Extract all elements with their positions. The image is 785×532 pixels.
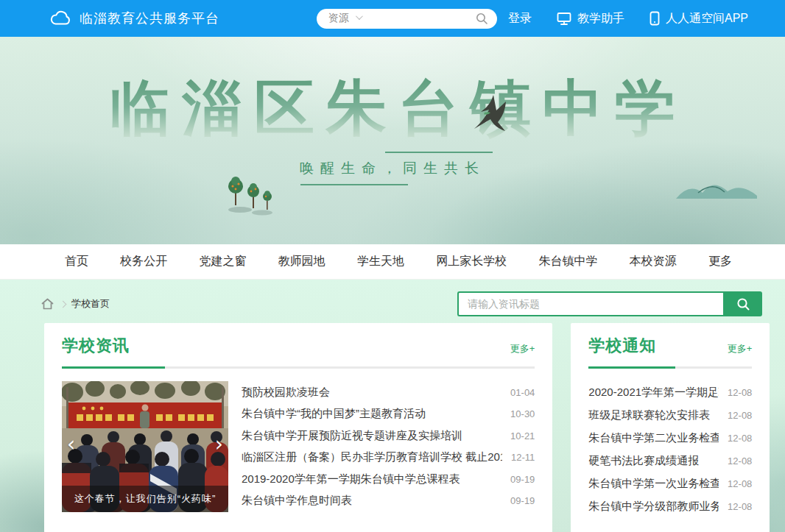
search-category-label: 资源 xyxy=(328,12,349,25)
news-list-item[interactable]: 临淄区注册（备案）民办非学历教育培训学校 截止2019 12-11 xyxy=(242,447,535,467)
nav-item[interactable]: 教师园地 xyxy=(278,254,325,269)
login-link[interactable]: 登录 xyxy=(508,11,532,26)
search-input[interactable] xyxy=(457,291,723,316)
nav-item[interactable]: 网上家长学校 xyxy=(436,254,507,269)
news-carousel[interactable]: ‹ › 这个春节，让我们告别“火药味” xyxy=(62,381,228,512)
notice-item-date: 12-08 xyxy=(728,410,752,421)
search-icon xyxy=(475,12,488,25)
nav-item[interactable]: 朱台镇中学 xyxy=(539,254,598,269)
news-list-item[interactable]: 朱台镇中学开展预防近视专题讲座及实操培训 10-21 xyxy=(242,426,535,446)
notice-list-item[interactable]: 朱台镇中学第一次业务检查的 12-08 xyxy=(588,474,752,494)
notice-item-date: 12-08 xyxy=(728,455,752,467)
notices-title: 学校通知 xyxy=(588,335,656,357)
notice-list-item[interactable]: 朱台镇中学第二次业务检查的 12-08 xyxy=(588,428,752,448)
school-news-panel: 学校资讯 更多+ xyxy=(44,323,552,532)
news-item-date: 09-19 xyxy=(510,495,535,506)
panels-row: 学校资讯 更多+ xyxy=(44,323,762,532)
notice-item-date: 12-08 xyxy=(728,433,752,444)
news-item-title: 预防校园欺凌班会 xyxy=(242,386,501,400)
notice-item-title: 朱台镇中学第一次业务检查的 xyxy=(588,477,719,491)
notice-item-date: 12-08 xyxy=(728,478,752,489)
mountains-decoration xyxy=(676,177,757,199)
news-item-date: 12-11 xyxy=(511,452,535,463)
news-item-date: 09-19 xyxy=(510,474,535,485)
monitor-icon xyxy=(557,12,571,26)
content-search xyxy=(457,291,762,316)
brand-logo[interactable]: 临淄教育公共服务平台 xyxy=(50,10,219,27)
news-item-title: 朱台镇中学作息时间表 xyxy=(242,494,501,508)
swallow-icon xyxy=(468,93,514,135)
nav-item[interactable]: 学生天地 xyxy=(357,254,404,269)
brand-title: 临淄教育公共服务平台 xyxy=(80,10,219,27)
search-icon xyxy=(736,297,750,311)
notices-more-link[interactable]: 更多+ xyxy=(728,342,753,357)
notice-item-title: 班级足球联赛轮次安排表 xyxy=(588,408,719,422)
news-item-title: 临淄区注册（备案）民办非学历教育培训学校 截止2019 xyxy=(242,450,502,464)
school-name: 临淄区朱台镇中学 xyxy=(0,75,785,141)
nav-item[interactable]: 校务公开 xyxy=(120,254,167,269)
news-more-link[interactable]: 更多+ xyxy=(510,342,535,357)
notice-item-title: 2020-2021学年第一学期足球 xyxy=(588,386,719,400)
news-list: 预防校园欺凌班会 01-04 朱台镇中学“我的中国梦”主题教育活动 10-30 … xyxy=(242,381,535,512)
header-search[interactable]: 资源 xyxy=(317,9,497,29)
school-notices-panel: 学校通知 更多+ 2020-2021学年第一学期足球 12-08 班级足球联赛轮… xyxy=(571,323,770,532)
news-title: 学校资讯 xyxy=(62,335,130,357)
nav-item[interactable]: 首页 xyxy=(65,254,88,269)
carousel-caption: 这个春节，让我们告别“火药味” xyxy=(62,486,228,512)
news-title-rule xyxy=(62,366,535,369)
breadcrumb: 学校首页 xyxy=(41,297,110,311)
notices-title-rule xyxy=(588,366,752,369)
nav-list: 首页 校务公开 党建之窗 教师园地 学生天地 网上家长学校 朱台镇中学 本校资源… xyxy=(0,244,785,279)
notice-item-date: 12-08 xyxy=(728,501,752,512)
news-item-date: 10-21 xyxy=(510,430,535,441)
notice-item-title: 硬笔书法比赛成绩通报 xyxy=(588,454,719,468)
nav-item[interactable]: 更多 xyxy=(708,254,732,269)
news-item-title: 2019-2020学年第一学期朱台镇中学总课程表 xyxy=(242,472,501,486)
notice-list-item[interactable]: 班级足球联赛轮次安排表 12-08 xyxy=(588,405,752,425)
news-list-item[interactable]: 预防校园欺凌班会 01-04 xyxy=(242,383,535,402)
cloud-logo-icon xyxy=(50,10,72,26)
notice-list-item[interactable]: 朱台镇中学分级部教师业务展 12-08 xyxy=(588,497,752,517)
chevron-down-icon xyxy=(356,13,363,20)
toolbar-row: 学校首页 xyxy=(41,291,762,316)
slogan-wrap: 唤醒生命，同生共长 xyxy=(0,152,785,185)
news-list-item[interactable]: 朱台镇中学“我的中国梦”主题教育活动 10-30 xyxy=(242,404,535,424)
news-panel-head: 学校资讯 更多+ xyxy=(62,335,535,357)
news-item-date: 10-30 xyxy=(510,408,535,419)
notice-item-title: 朱台镇中学第二次业务检查的 xyxy=(588,431,719,445)
nav-item[interactable]: 党建之窗 xyxy=(200,254,247,269)
login-label: 登录 xyxy=(508,11,532,26)
notice-item-date: 12-08 xyxy=(728,387,752,398)
news-item-date: 01-04 xyxy=(510,387,535,398)
top-header: 临淄教育公共服务平台 资源 登录 教学助手 人人通空间A xyxy=(0,0,785,37)
news-item-title: 朱台镇中学“我的中国梦”主题教育活动 xyxy=(242,407,501,421)
news-list-item[interactable]: 2019-2020学年第一学期朱台镇中学总课程表 09-19 xyxy=(242,469,535,489)
news-list-item[interactable]: 朱台镇中学作息时间表 09-19 xyxy=(242,491,535,511)
notices-panel-head: 学校通知 更多+ xyxy=(588,335,752,357)
notice-list-item[interactable]: 2020-2021学年第一学期足球 12-08 xyxy=(588,383,752,402)
main-nav: 首页 校务公开 党建之窗 教师园地 学生天地 网上家长学校 朱台镇中学 本校资源… xyxy=(0,244,785,280)
banner-slogan: 唤醒生命，同生共长 xyxy=(297,152,488,185)
header-right-group: 登录 教学助手 人人通空间APP xyxy=(508,11,748,26)
notice-item-title: 朱台镇中学分级部教师业务展 xyxy=(588,500,719,514)
news-item-title: 朱台镇中学开展预防近视专题讲座及实操培训 xyxy=(242,429,501,443)
breadcrumb-current[interactable]: 学校首页 xyxy=(71,297,110,311)
trees-decoration xyxy=(221,171,280,216)
teaching-assistant-label: 教学助手 xyxy=(577,11,624,26)
hero-banner: 临淄区朱台镇中学 唤醒生命，同生共长 xyxy=(0,37,785,244)
nav-item[interactable]: 本校资源 xyxy=(630,254,677,269)
home-icon[interactable] xyxy=(41,297,54,311)
search-button[interactable] xyxy=(723,291,762,316)
notices-list: 2020-2021学年第一学期足球 12-08 班级足球联赛轮次安排表 12-0… xyxy=(588,381,752,518)
app-link[interactable]: 人人通空间APP xyxy=(650,11,748,26)
content-area: 〉〉 学校首页 学校资讯 xyxy=(0,280,785,532)
phone-icon xyxy=(650,11,660,26)
carousel-prev-arrow[interactable]: ‹ xyxy=(67,434,75,455)
carousel-next-arrow[interactable]: › xyxy=(215,434,223,455)
app-label: 人人通空间APP xyxy=(666,11,748,26)
news-body: ‹ › 这个春节，让我们告别“火药味” 预防校园欺凌班会 01-04 朱台镇中学… xyxy=(62,381,535,512)
breadcrumb-chevron-icon xyxy=(60,300,67,308)
teaching-assistant-link[interactable]: 教学助手 xyxy=(557,11,624,26)
notice-list-item[interactable]: 硬笔书法比赛成绩通报 12-08 xyxy=(588,451,752,471)
